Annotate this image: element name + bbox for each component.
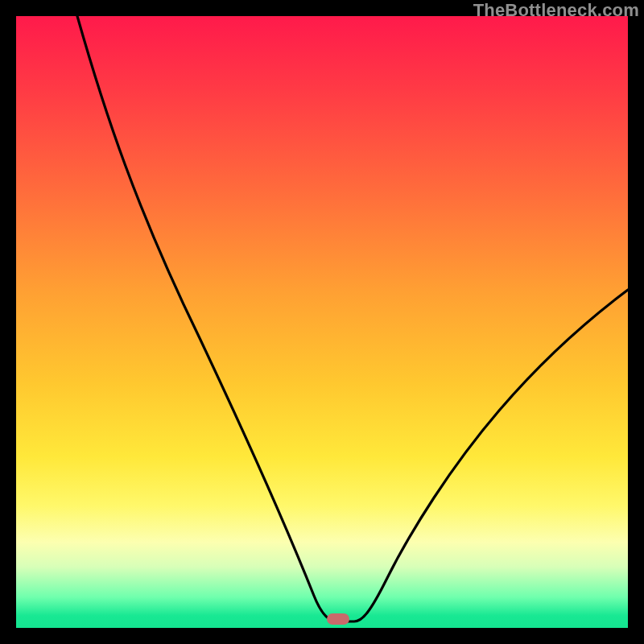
plot-area [16, 16, 628, 628]
bottleneck-curve [16, 16, 628, 628]
chart-frame: TheBottleneck.com [0, 0, 644, 644]
minimum-marker [327, 613, 349, 625]
curve-path [77, 16, 628, 621]
